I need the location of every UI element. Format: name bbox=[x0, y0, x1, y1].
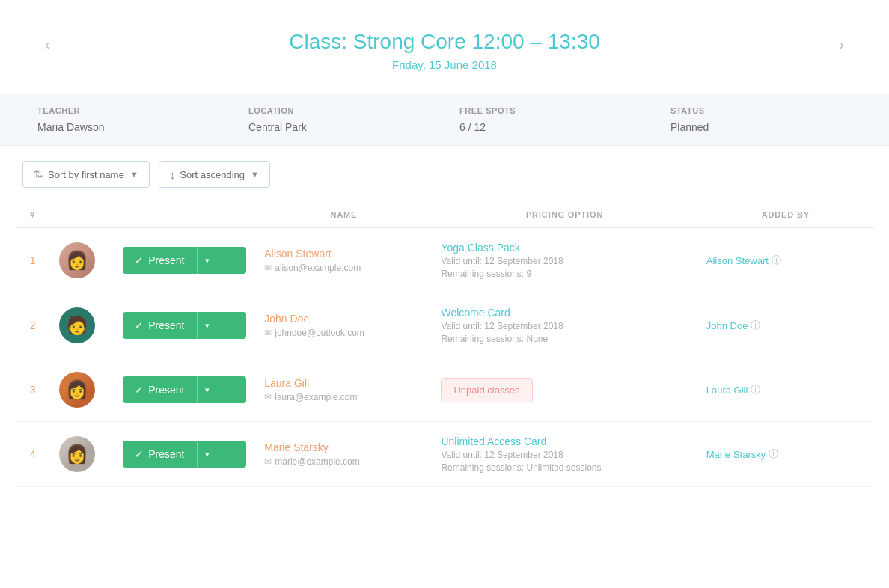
pricing-cell: Welcome Card Valid until: 12 September 2… bbox=[432, 293, 697, 358]
present-dropdown-icon[interactable]: ▾ bbox=[198, 442, 217, 467]
added-by-name: John Doe ⓘ bbox=[706, 319, 865, 332]
email-address: laura@example.com bbox=[275, 392, 357, 402]
checkmark-icon: ✓ bbox=[135, 319, 144, 331]
present-dropdown-icon[interactable]: ▾ bbox=[198, 248, 217, 273]
status-col: STATUS Planned bbox=[656, 94, 867, 145]
next-class-button[interactable]: › bbox=[839, 36, 844, 53]
student-name-cell: Marie Starsky ✉ marie@example.com bbox=[255, 422, 432, 487]
sort-order-label: Sort ascending bbox=[180, 169, 245, 180]
present-button[interactable]: ✓ Present ▾ bbox=[123, 376, 246, 403]
row-avatar-cell: 👩 bbox=[50, 422, 114, 487]
location-label: LOCATION bbox=[248, 106, 430, 115]
added-by-label: Alison Stewart bbox=[706, 255, 769, 266]
table-row: 3 👩 ✓ Present ▾ Laura Gill bbox=[15, 358, 874, 422]
help-icon[interactable]: ⓘ bbox=[751, 383, 760, 396]
class-title: Class: Strong Core 12:00 – 13:30 bbox=[0, 30, 889, 54]
table-row: 1 👩 ✓ Present ▾ Alison Stewart bbox=[15, 227, 874, 293]
row-number: 2 bbox=[15, 293, 50, 358]
pricing-valid: Valid until: 12 September 2018 bbox=[441, 256, 688, 266]
pricing-name: Yoga Class Pack bbox=[441, 242, 688, 254]
added-by-cell: Laura Gill ⓘ bbox=[697, 358, 874, 422]
avatar: 👩 bbox=[59, 242, 95, 278]
help-icon[interactable]: ⓘ bbox=[769, 447, 778, 461]
checkmark-icon: ✓ bbox=[135, 448, 144, 460]
teacher-label: TEACHER bbox=[37, 106, 219, 115]
unpaid-badge: Unpaid classes bbox=[441, 378, 532, 402]
status-value: Planned bbox=[670, 121, 852, 133]
present-button[interactable]: ✓ Present ▾ bbox=[123, 247, 246, 274]
added-by-label: Marie Starsky bbox=[706, 449, 766, 460]
pricing-valid: Valid until: 12 September 2018 bbox=[441, 321, 688, 331]
added-by-cell: John Doe ⓘ bbox=[697, 293, 874, 358]
avatar-face: 🧑 bbox=[66, 315, 88, 336]
added-by-cell: Alison Stewart ⓘ bbox=[697, 227, 874, 293]
present-main: ✓ Present bbox=[123, 247, 196, 274]
student-email: ✉ alison@example.com bbox=[264, 263, 423, 273]
student-name[interactable]: John Doe bbox=[264, 313, 423, 325]
avatar-face: 👩 bbox=[66, 379, 88, 400]
avatar: 🧑 bbox=[59, 307, 95, 343]
class-header: ‹ Class: Strong Core 12:00 – 13:30 Frida… bbox=[0, 15, 889, 79]
pricing-cell: Unlimited Access Card Valid until: 12 Se… bbox=[432, 422, 697, 487]
status-label: STATUS bbox=[670, 106, 852, 115]
col-header-name: NAME bbox=[255, 203, 432, 227]
table-row: 4 👩 ✓ Present ▾ Marie Starsky bbox=[15, 422, 874, 487]
page-container: ‹ Class: Strong Core 12:00 – 13:30 Frida… bbox=[0, 0, 889, 502]
present-main: ✓ Present bbox=[123, 312, 196, 339]
avatar: 👩 bbox=[59, 372, 95, 408]
class-name: Strong Core 12:00 – 13:30 bbox=[353, 30, 600, 53]
row-avatar-cell: 🧑 bbox=[50, 293, 114, 358]
added-by-cell: Marie Starsky ⓘ bbox=[697, 422, 874, 487]
present-label: Present bbox=[148, 384, 184, 396]
col-header-added: ADDED BY bbox=[697, 203, 874, 227]
row-number: 4 bbox=[15, 422, 50, 487]
prev-class-button[interactable]: ‹ bbox=[45, 36, 50, 53]
present-button[interactable]: ✓ Present ▾ bbox=[123, 312, 246, 339]
student-name-cell: Alison Stewart ✉ alison@example.com bbox=[255, 227, 432, 293]
present-dropdown-icon[interactable]: ▾ bbox=[198, 313, 217, 338]
avatar: 👩 bbox=[59, 436, 95, 472]
present-dropdown-icon[interactable]: ▾ bbox=[198, 378, 217, 402]
student-name[interactable]: Marie Starsky bbox=[264, 441, 423, 453]
pricing-sessions: Remaining sessions: 9 bbox=[441, 269, 688, 279]
student-email: ✉ marie@example.com bbox=[264, 456, 423, 467]
free-spots-col: FREE SPOTS 6 / 12 bbox=[444, 94, 656, 145]
present-button[interactable]: ✓ Present ▾ bbox=[123, 441, 246, 468]
present-btn-cell: ✓ Present ▾ bbox=[114, 293, 255, 358]
email-icon: ✉ bbox=[264, 263, 272, 273]
email-icon: ✉ bbox=[264, 456, 272, 467]
free-spots-label: FREE SPOTS bbox=[459, 106, 641, 115]
added-by-label: Laura Gill bbox=[706, 385, 748, 396]
pricing-sessions: Remaining sessions: None bbox=[441, 334, 688, 344]
student-name-cell: Laura Gill ✉ laura@example.com bbox=[255, 358, 432, 422]
added-by-name: Alison Stewart ⓘ bbox=[706, 254, 865, 267]
class-prefix: Class: bbox=[289, 30, 353, 53]
student-name[interactable]: Alison Stewart bbox=[264, 248, 423, 260]
present-label: Present bbox=[148, 448, 184, 460]
pricing-cell: Unpaid classes bbox=[432, 358, 697, 422]
help-icon[interactable]: ⓘ bbox=[751, 319, 760, 332]
location-value: Central Park bbox=[248, 121, 430, 133]
present-main: ✓ Present bbox=[123, 441, 196, 468]
sort-name-chevron-icon: ▼ bbox=[130, 170, 138, 179]
present-btn-cell: ✓ Present ▾ bbox=[114, 358, 255, 422]
row-number: 3 bbox=[15, 358, 50, 422]
added-by-name: Marie Starsky ⓘ bbox=[706, 447, 865, 461]
pricing-valid: Valid until: 12 September 2018 bbox=[441, 450, 688, 460]
teacher-value: Maria Dawson bbox=[37, 121, 219, 133]
pricing-name: Welcome Card bbox=[441, 307, 688, 319]
table-row: 2 🧑 ✓ Present ▾ John Doe bbox=[15, 293, 874, 358]
help-icon[interactable]: ⓘ bbox=[772, 254, 781, 267]
teacher-col: TEACHER Maria Dawson bbox=[22, 94, 233, 145]
sort-ascending-button[interactable]: ↕ Sort ascending ▼ bbox=[159, 161, 270, 188]
email-address: marie@example.com bbox=[275, 456, 360, 467]
student-email: ✉ laura@example.com bbox=[264, 392, 423, 402]
email-address: alison@example.com bbox=[275, 263, 361, 273]
student-name[interactable]: Laura Gill bbox=[264, 377, 423, 389]
email-icon: ✉ bbox=[264, 392, 272, 402]
class-date: Friday, 15 June 2018 bbox=[0, 58, 889, 71]
added-by-label: John Doe bbox=[706, 320, 748, 331]
sort-by-name-button[interactable]: ⇅ Sort by first name ▼ bbox=[22, 161, 150, 188]
row-avatar-cell: 👩 bbox=[50, 227, 114, 293]
student-email: ✉ johndoe@outlook.com bbox=[264, 328, 423, 338]
